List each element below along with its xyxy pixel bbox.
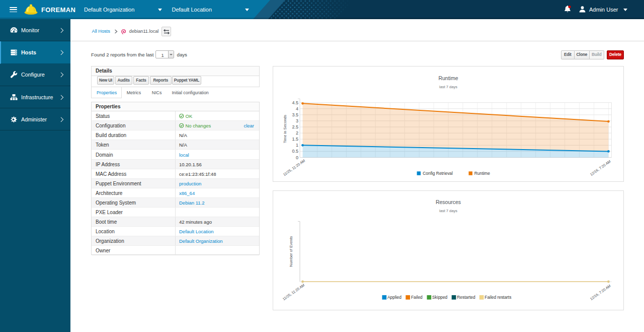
svg-text:Resources: Resources bbox=[436, 199, 461, 205]
svg-text:4: 4 bbox=[296, 106, 298, 111]
svg-text:3: 3 bbox=[296, 118, 298, 123]
svg-text:Number of Events: Number of Events bbox=[289, 236, 293, 267]
svg-text:1: 1 bbox=[296, 143, 298, 148]
svg-text:2.5: 2.5 bbox=[292, 124, 298, 129]
svg-text:3.5: 3.5 bbox=[292, 112, 298, 117]
svg-text:4.5: 4.5 bbox=[292, 100, 298, 105]
svg-text:Failed: Failed bbox=[411, 295, 423, 300]
svg-text:Restarted: Restarted bbox=[457, 295, 475, 300]
svg-text:1.5: 1.5 bbox=[292, 137, 298, 142]
svg-text:11/25, 11:20 AM: 11/25, 11:20 AM bbox=[282, 283, 305, 302]
svg-text:12/16, 7:20 AM: 12/16, 7:20 AM bbox=[589, 159, 612, 177]
svg-text:Runtime: Runtime bbox=[438, 75, 458, 81]
svg-text:Time in Seconds: Time in Seconds bbox=[283, 115, 287, 143]
svg-text:Failed restarts: Failed restarts bbox=[485, 295, 511, 300]
svg-text:last 7 days: last 7 days bbox=[439, 209, 457, 213]
svg-text:Runtime: Runtime bbox=[474, 171, 491, 176]
svg-text:0: 0 bbox=[296, 155, 298, 160]
svg-text:Config Retrieval: Config Retrieval bbox=[423, 171, 453, 176]
svg-text:11/25, 11:20 AM: 11/25, 11:20 AM bbox=[282, 158, 306, 177]
svg-text:Applied: Applied bbox=[387, 295, 401, 300]
svg-text:12/16, 7:20 AM: 12/16, 7:20 AM bbox=[589, 284, 612, 301]
svg-text:2: 2 bbox=[296, 130, 298, 136]
svg-text:Skipped: Skipped bbox=[432, 295, 448, 300]
svg-text:0.5: 0.5 bbox=[292, 149, 298, 154]
svg-text:last 7 days: last 7 days bbox=[439, 85, 457, 89]
